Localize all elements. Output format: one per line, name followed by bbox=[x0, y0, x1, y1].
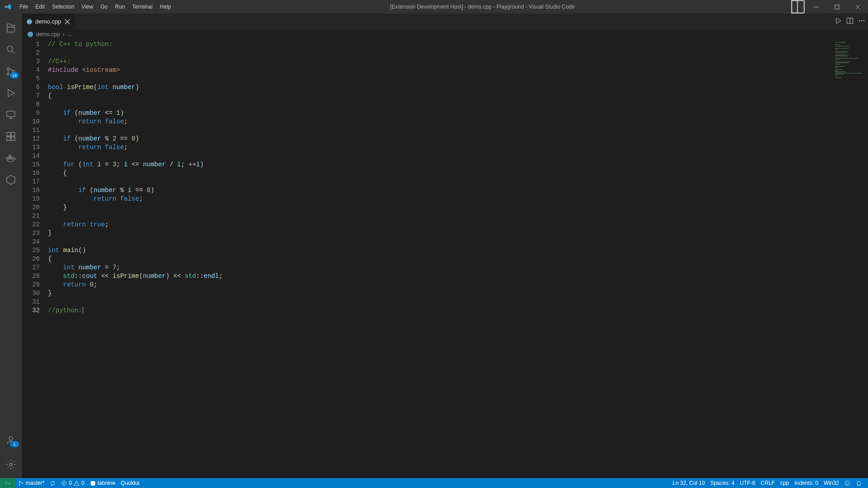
menu-file[interactable]: File bbox=[16, 0, 32, 14]
code-content[interactable]: // C++ to python://C++:#include <iostrea… bbox=[48, 39, 832, 478]
menu-run[interactable]: Run bbox=[111, 0, 128, 14]
remote-indicator-icon[interactable] bbox=[0, 478, 15, 488]
maximize-button[interactable] bbox=[826, 0, 847, 14]
svg-point-17 bbox=[9, 463, 12, 466]
minimize-button[interactable] bbox=[806, 0, 826, 14]
encoding[interactable]: UTF-8 bbox=[737, 480, 758, 486]
svg-rect-12 bbox=[7, 157, 9, 159]
svg-rect-8 bbox=[7, 132, 10, 136]
menu-go[interactable]: Go bbox=[97, 0, 111, 14]
hexagon-icon[interactable] bbox=[0, 169, 22, 191]
svg-rect-1 bbox=[792, 0, 797, 13]
svg-point-21 bbox=[859, 20, 860, 22]
sync-icon[interactable] bbox=[47, 480, 58, 486]
feedback-icon[interactable] bbox=[842, 480, 853, 486]
cpp-file-icon: ++ bbox=[26, 19, 33, 25]
quokka-status[interactable]: Quokka bbox=[118, 480, 142, 486]
menu-view[interactable]: View bbox=[78, 0, 97, 14]
window-controls bbox=[806, 0, 868, 14]
minimap[interactable] bbox=[832, 39, 868, 478]
svg-rect-13 bbox=[9, 157, 11, 159]
svg-point-26 bbox=[19, 484, 20, 485]
svg-rect-7 bbox=[7, 111, 15, 117]
toggle-layout-icon[interactable] bbox=[790, 0, 806, 14]
run-debug-icon[interactable] bbox=[0, 82, 22, 104]
window-title: [Extension Development Host] - demo.cpp … bbox=[175, 4, 790, 10]
svg-point-4 bbox=[7, 68, 9, 70]
git-branch[interactable]: master* bbox=[15, 480, 47, 486]
svg-rect-29 bbox=[90, 481, 95, 485]
run-icon[interactable] bbox=[835, 17, 842, 26]
svg-rect-15 bbox=[9, 155, 11, 157]
tabnine-status[interactable]: tabnine bbox=[87, 480, 118, 486]
settings-gear-icon[interactable] bbox=[0, 454, 22, 475]
menubar: FileEditSelectionViewGoRunTerminalHelp bbox=[16, 0, 175, 14]
search-icon[interactable] bbox=[0, 39, 22, 61]
menu-help[interactable]: Help bbox=[156, 0, 175, 14]
cursor-position[interactable]: Ln 32, Col 10 bbox=[670, 480, 708, 486]
menu-terminal[interactable]: Terminal bbox=[128, 0, 156, 14]
svg-point-6 bbox=[13, 70, 15, 73]
tabs-row: ++ demo.cpp bbox=[22, 14, 868, 29]
vscode-logo-icon bbox=[0, 3, 16, 10]
svg-point-3 bbox=[7, 46, 13, 52]
breadcrumbs[interactable]: demo.cpp › ... bbox=[22, 29, 868, 39]
branch-label: master* bbox=[26, 480, 44, 486]
svg-point-5 bbox=[7, 73, 9, 75]
eol[interactable]: CRLF bbox=[758, 480, 778, 486]
docker-icon[interactable] bbox=[0, 147, 22, 169]
svg-point-30 bbox=[845, 481, 850, 485]
titlebar: FileEditSelectionViewGoRunTerminalHelp [… bbox=[0, 0, 868, 14]
chevron-right-icon: › bbox=[63, 31, 65, 38]
indent-spaces[interactable]: Spaces: 4 bbox=[708, 480, 737, 486]
extensions-icon[interactable] bbox=[0, 126, 22, 147]
editor-body[interactable]: 1234567891011121314151617181920212223242… bbox=[22, 39, 868, 478]
error-count: 0 bbox=[69, 480, 72, 486]
svg-rect-14 bbox=[11, 157, 13, 159]
close-button[interactable] bbox=[847, 0, 868, 14]
notifications-icon[interactable] bbox=[853, 480, 864, 486]
indents-count[interactable]: Indents: 0 bbox=[792, 480, 821, 486]
more-icon[interactable] bbox=[858, 17, 865, 26]
warning-count: 0 bbox=[81, 480, 85, 486]
svg-rect-10 bbox=[7, 137, 10, 141]
language-mode[interactable]: cpp bbox=[778, 480, 792, 486]
svg-point-23 bbox=[863, 20, 865, 22]
platform[interactable]: Win32 bbox=[821, 480, 842, 486]
explorer-icon[interactable] bbox=[0, 17, 22, 39]
accounts-icon[interactable] bbox=[0, 429, 22, 451]
menu-selection[interactable]: Selection bbox=[48, 0, 78, 14]
close-icon[interactable] bbox=[64, 18, 71, 25]
cpp-file-icon bbox=[27, 31, 33, 38]
breadcrumb-rest: ... bbox=[67, 31, 72, 38]
line-number-gutter: 1234567891011121314151617181920212223242… bbox=[22, 39, 48, 478]
tab-label: demo.cpp bbox=[35, 18, 61, 25]
activity-bar bbox=[0, 14, 22, 478]
tab-demo-cpp[interactable]: ++ demo.cpp bbox=[22, 14, 76, 29]
svg-point-24 bbox=[28, 32, 33, 37]
statusbar: master* 0 0 tabnine Quokka Ln 32, Col 10… bbox=[0, 478, 868, 488]
svg-point-16 bbox=[9, 436, 13, 440]
remote-explorer-icon[interactable] bbox=[0, 104, 22, 126]
problems[interactable]: 0 0 bbox=[58, 480, 87, 486]
svg-rect-2 bbox=[835, 5, 839, 9]
source-control-icon[interactable] bbox=[0, 61, 22, 82]
svg-text:++: ++ bbox=[28, 20, 31, 23]
menu-edit[interactable]: Edit bbox=[32, 0, 48, 14]
breadcrumb-file: demo.cpp bbox=[36, 31, 60, 38]
editor-area: ++ demo.cpp demo.cpp › ... 123456789101 bbox=[22, 14, 868, 478]
split-editor-icon[interactable] bbox=[846, 17, 854, 26]
svg-rect-9 bbox=[11, 132, 15, 136]
svg-point-22 bbox=[861, 20, 863, 22]
svg-rect-11 bbox=[11, 137, 15, 141]
